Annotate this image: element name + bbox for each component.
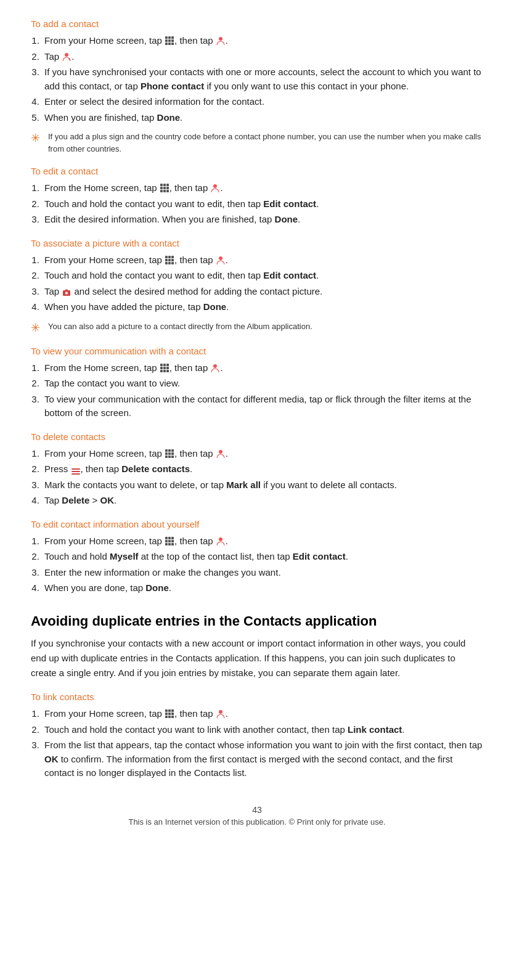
person-icon [211,183,219,193]
person-icon-2 [62,52,71,62]
step-item: Edit the desired information. When you a… [42,213,483,227]
step-item: Tap . [42,50,483,64]
step-item: From your Home screen, tap , then tap . [42,447,483,461]
step-item: To view your communication with the cont… [42,393,483,420]
section-title-edit-contact: To edit a contact [31,166,483,176]
person-icon [216,36,225,46]
step-item: Tap the contact you want to view. [42,377,483,391]
page-number: 43 [31,805,483,815]
person-icon [216,709,225,719]
page-footer: 43 This is an Internet version of this p… [31,805,483,827]
tip-text-picture: You can also add a picture to a contact … [48,321,312,333]
avoiding-duplicates-heading: Avoiding duplicate entries in the Contac… [31,613,483,631]
section-title-delete-contacts: To delete contacts [31,431,483,442]
step-item: From the Home screen, tap , then tap . [42,181,483,195]
section-title-view-communication: To view your communication with a contac… [31,346,483,356]
svg-rect-9 [71,468,80,470]
step-item: From your Home screen, tap , then tap . [42,534,483,549]
step-item: Touch and hold the contact you want to l… [42,723,483,737]
step-item: From your Home screen, tap , then tap . [42,34,483,48]
step-item: Tap and select the desired method for ad… [42,285,483,299]
tip-box-picture: ✳ You can also add a picture to a contac… [31,321,483,335]
section-title-associate-picture: To associate a picture with a contact [31,238,483,248]
svg-point-3 [219,256,222,260]
section-title-edit-yourself: To edit contact information about yourse… [31,519,483,529]
tip-icon: ✳ [31,131,44,145]
step-item: When you have added the picture, tap Don… [42,300,483,314]
step-item: When you are finished, tap Done. [42,111,483,125]
person-icon [216,536,225,546]
avoiding-duplicates-body: If you synchronise your contacts with a … [31,636,483,680]
grid-icon [165,537,174,545]
step-item: From your Home screen, tap , then tap . [42,707,483,721]
step-item: Touch and hold the contact you want to e… [42,269,483,283]
step-item: When you are done, tap Done. [42,581,483,595]
svg-rect-10 [71,471,80,472]
grid-icon [165,256,174,264]
step-item: From the Home screen, tap , then tap . [42,361,483,375]
svg-point-1 [65,53,68,57]
svg-point-8 [219,450,222,454]
steps-edit-contact: From the Home screen, tap , then tap . T… [42,181,483,227]
grid-icon [165,36,174,45]
steps-link-contacts: From your Home screen, tap , then tap . … [42,707,483,780]
svg-point-2 [213,184,217,188]
page-content: To add a contact From your Home screen, … [31,18,483,827]
grid-icon [165,449,174,458]
svg-point-12 [219,537,222,541]
tip-text: If you add a plus sign and the country c… [48,131,483,155]
person-icon [216,449,225,459]
step-item: From the list that appears, tap the cont… [42,738,483,780]
step-item: Touch and hold the contact you want to e… [42,197,483,211]
svg-rect-11 [71,473,80,475]
grid-icon [165,709,174,718]
photo-icon [62,287,71,296]
steps-edit-yourself: From your Home screen, tap , then tap . … [42,534,483,595]
step-item: If you have synchronised your contacts w… [42,65,483,93]
steps-view-communication: From the Home screen, tap , then tap . T… [42,361,483,420]
steps-associate-picture: From your Home screen, tap , then tap . … [42,253,483,314]
steps-add-contact: From your Home screen, tap , then tap . … [42,34,483,125]
section-title-link-contacts: To link contacts [31,692,483,702]
tip-box-add-contact: ✳ If you add a plus sign and the country… [31,131,483,155]
svg-point-0 [219,37,222,41]
tip-icon-picture: ✳ [31,321,44,335]
section-title-add-contact: To add a contact [31,18,483,29]
svg-point-13 [219,710,222,714]
step-item: Enter the new information or make the ch… [42,566,483,580]
step-item: Touch and hold Myself at the top of the … [42,550,483,564]
person-icon [211,363,219,373]
grid-icon [160,184,169,192]
step-item: Mark the contacts you want to delete, or… [42,478,483,492]
step-item: From your Home screen, tap , then tap . [42,253,483,267]
step-item: Enter or select the desired information … [42,95,483,109]
grid-icon [160,364,169,372]
svg-rect-6 [65,289,68,290]
menu-icon [71,465,80,473]
step-item: Press , then tap Delete contacts. [42,462,483,476]
svg-point-7 [213,364,217,368]
copyright-text: This is an Internet version of this publ… [31,817,483,827]
person-icon [216,255,225,265]
svg-point-5 [65,292,68,295]
steps-delete-contacts: From your Home screen, tap , then tap . … [42,447,483,508]
step-item: Tap Delete > OK. [42,494,483,508]
